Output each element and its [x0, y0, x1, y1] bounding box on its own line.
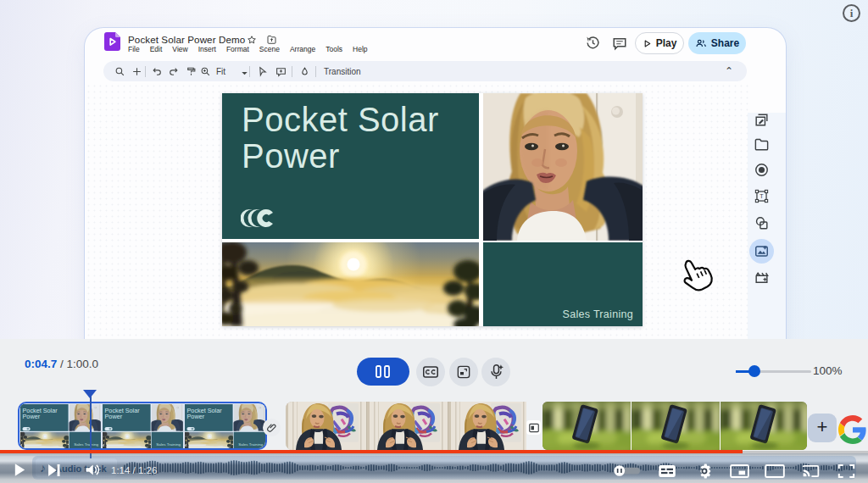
svg-text:T: T	[760, 193, 764, 200]
